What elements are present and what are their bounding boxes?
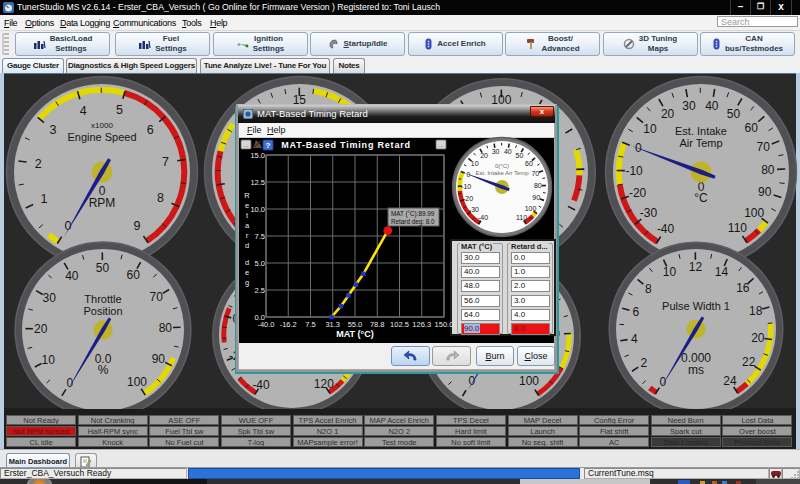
svg-text:31.3: 31.3 [325,320,340,329]
svg-text:-40: -40 [478,214,488,221]
svg-text:10.0: 10.0 [250,205,265,214]
svg-text:a: a [245,221,250,230]
svg-text:-16.2: -16.2 [280,320,297,329]
svg-text:e: e [245,201,249,210]
svg-text:...: ... [243,142,248,148]
svg-text:30: 30 [492,148,500,155]
svg-text:15.0: 15.0 [250,151,265,160]
svg-text:55.0: 55.0 [348,320,363,329]
svg-text:g: g [245,278,249,287]
svg-text:-30: -30 [469,206,479,213]
svg-text:80: 80 [534,182,542,189]
svg-text:70: 70 [531,170,539,177]
svg-text:t: t [246,211,249,220]
svg-text:r: r [246,231,249,240]
svg-text:-40.0: -40.0 [257,320,274,329]
svg-text:...: ... [438,142,443,148]
svg-text:5.0: 5.0 [255,259,265,268]
svg-text:-10: -10 [461,183,471,190]
svg-text:110: 110 [516,214,527,221]
svg-text:100: 100 [525,205,537,212]
svg-text:7.5: 7.5 [305,320,315,329]
svg-text:?: ? [266,141,271,150]
svg-text:60: 60 [525,160,533,167]
svg-text:MAT (°C):89.99: MAT (°C):89.99 [391,210,435,218]
svg-text:0(°C): 0(°C) [495,163,509,169]
svg-text:2.5: 2.5 [255,286,265,295]
svg-text:MAT-Based Timing Retard: MAT-Based Timing Retard [281,140,411,150]
svg-text:-20: -20 [463,195,473,202]
svg-text:d: d [245,258,249,267]
svg-text:150.0: 150.0 [435,320,454,329]
svg-text:e: e [245,268,249,277]
svg-text:d: d [245,241,249,250]
svg-text:126.3: 126.3 [412,320,431,329]
svg-text:Retard deg: 8.0: Retard deg: 8.0 [391,218,435,226]
svg-text:R: R [244,191,250,200]
svg-text:40: 40 [504,148,512,155]
svg-text:50: 50 [515,152,523,159]
svg-text:102.5: 102.5 [390,320,409,329]
svg-text:MAT (°C): MAT (°C) [336,329,373,339]
svg-text:78.8: 78.8 [370,320,385,329]
svg-text:Est. Intake Air Temp: Est. Intake Air Temp [475,170,529,176]
svg-text:20: 20 [480,152,488,159]
svg-text:7.5: 7.5 [255,232,265,241]
svg-text:10: 10 [471,160,479,167]
svg-text:90: 90 [532,194,540,201]
svg-text:12.5: 12.5 [250,178,265,187]
